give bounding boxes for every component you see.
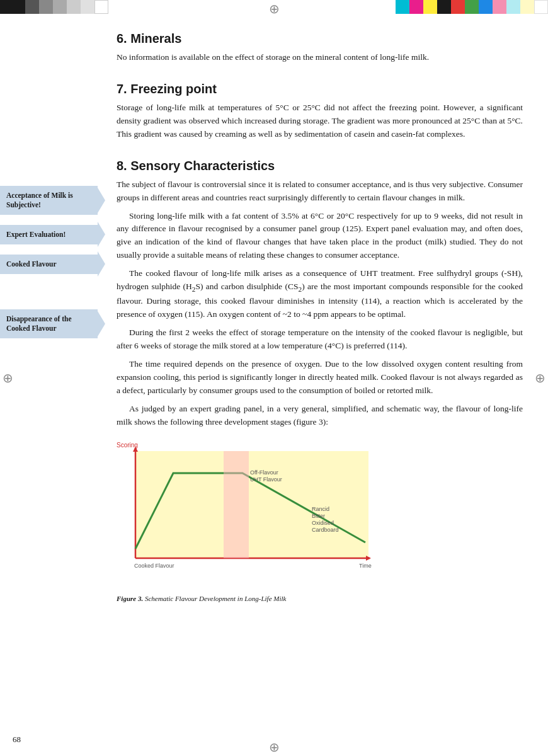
sidebar-item-expert: Expert Evaluation! bbox=[0, 225, 98, 244]
crosshair-bottom: ⊕ bbox=[269, 741, 280, 753]
color-swatch-gray2 bbox=[39, 0, 53, 14]
color-swatch-white2 bbox=[534, 0, 548, 14]
section-minerals-body: No information is available on the effec… bbox=[117, 51, 523, 64]
color-swatch-light-cyan bbox=[506, 0, 520, 14]
sidebar-item-disappearance: Disappearance of the Cooked Flavour bbox=[0, 309, 98, 338]
page-content: Acceptance of Milk is Subjective! Expert… bbox=[0, 19, 548, 646]
main-text-area: 6. Minerals No information is available … bbox=[98, 32, 548, 621]
color-swatch-black bbox=[0, 0, 25, 14]
color-swatch-gray4 bbox=[67, 0, 81, 14]
section-minerals-heading: 6. Minerals bbox=[117, 32, 523, 46]
chart-scoring-label: Scoring bbox=[117, 442, 138, 449]
section-sensory-heading: 8. Sensory Characteristics bbox=[117, 159, 523, 173]
sidebar-item-cooked: Cooked Flavour bbox=[0, 255, 98, 274]
color-swatch-magenta bbox=[409, 0, 423, 14]
page-number: 68 bbox=[13, 735, 21, 745]
color-swatch-white bbox=[94, 0, 108, 14]
color-swatch-gray1 bbox=[25, 0, 39, 14]
figure-caption: Figure 3. Schematic Flavour Development … bbox=[117, 594, 523, 604]
color-swatch-black2 bbox=[437, 0, 451, 14]
color-swatch-red bbox=[451, 0, 465, 14]
color-swatch-gray3 bbox=[53, 0, 67, 14]
chart-container: Scoring bbox=[117, 442, 523, 604]
color-swatch-blue bbox=[479, 0, 493, 14]
svg-text:Bitter: Bitter bbox=[312, 513, 325, 519]
color-swatch-gray5 bbox=[81, 0, 94, 14]
crosshair-left: ⊕ bbox=[3, 372, 13, 384]
section-minerals: 6. Minerals No information is available … bbox=[117, 32, 523, 64]
sidebar: Acceptance of Milk is Subjective! Expert… bbox=[0, 32, 98, 621]
svg-rect-5 bbox=[224, 451, 249, 558]
color-swatch-green bbox=[465, 0, 479, 14]
crosshair-right: ⊕ bbox=[535, 372, 545, 384]
svg-text:Cardboard: Cardboard bbox=[312, 527, 339, 533]
svg-rect-0 bbox=[135, 451, 368, 558]
color-swatch-light-yellow bbox=[520, 0, 534, 14]
color-swatch-yellow bbox=[423, 0, 437, 14]
color-swatch-pink bbox=[493, 0, 506, 14]
svg-text:UHT Flavour: UHT Flavour bbox=[250, 476, 282, 483]
section-freezing-body: Storage of long-life milk at temperature… bbox=[117, 101, 523, 141]
section-freezing: 7. Freezing point Storage of long-life m… bbox=[117, 82, 523, 141]
section-freezing-heading: 7. Freezing point bbox=[117, 82, 523, 96]
svg-text:Off-Flavour: Off-Flavour bbox=[250, 469, 278, 476]
crosshair-top: ⊕ bbox=[269, 3, 280, 15]
svg-text:Time: Time bbox=[359, 563, 372, 569]
color-swatch-cyan bbox=[396, 0, 409, 14]
svg-text:Oxidised: Oxidised bbox=[312, 520, 334, 526]
svg-text:Cooked Flavour: Cooked Flavour bbox=[134, 563, 174, 569]
section-sensory-para1: The subject of flavour is controversial … bbox=[117, 178, 523, 205]
svg-text:Rancid: Rancid bbox=[312, 506, 329, 512]
section-sensory: 8. Sensory Characteristics The subject o… bbox=[117, 159, 523, 604]
section-sensory-para4: During the first 2 weeks the effect of s… bbox=[117, 326, 523, 353]
section-sensory-para2: Storing long-life milk with a fat conten… bbox=[117, 210, 523, 263]
section-sensory-para3: The cooked flavour of long-life milk ari… bbox=[117, 267, 523, 321]
sidebar-item-acceptance: Acceptance of Milk is Subjective! bbox=[0, 186, 98, 215]
section-sensory-para5: The time required depends on the presenc… bbox=[117, 358, 523, 398]
section-sensory-para6: As judged by an expert grading panel, in… bbox=[117, 403, 523, 429]
chart-svg: Off-Flavour UHT Flavour Rancid Bitter Ox… bbox=[117, 442, 523, 589]
